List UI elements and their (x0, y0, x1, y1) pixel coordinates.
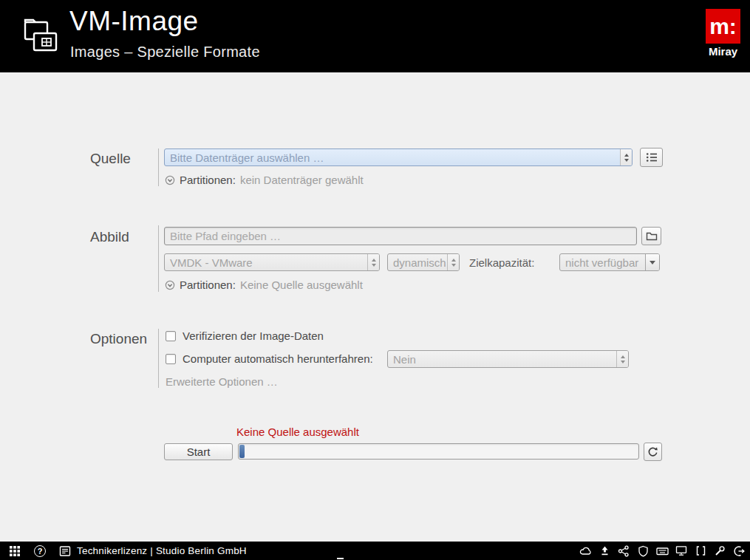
spinner-arrows-icon[interactable] (367, 254, 379, 270)
advanced-options-link[interactable]: Erweiterte Optionen … (166, 375, 278, 388)
quelle-partitions-label: Partitionen: (180, 174, 236, 186)
miray-logo-brand: Miray (706, 45, 740, 58)
shutdown-mode-combobox[interactable]: Nein (387, 350, 629, 368)
footer-indicator (337, 558, 344, 559)
section-label-abbild: Abbild (90, 229, 129, 245)
shutdown-checkbox[interactable] (166, 354, 176, 364)
help-icon[interactable]: ? (34, 545, 46, 557)
abbild-partitions-value: Keine Quelle ausgewählt (240, 279, 363, 291)
vm-image-window: VM-Image Images – Spezielle Formate m: M… (0, 0, 750, 560)
expander-icon[interactable] (165, 175, 175, 185)
chevron-down-icon[interactable] (645, 254, 659, 270)
verify-label: Verifizieren der Image-Daten (183, 329, 324, 342)
progress-segment (239, 445, 245, 458)
miray-logo-mark: m: (706, 9, 740, 44)
license-text: Technikerlizenz | Studio Berlin GmbH (77, 545, 247, 556)
eject-upload-icon[interactable] (598, 544, 611, 557)
abbild-partitions-label: Partitionen: (180, 279, 236, 291)
monitor-icon[interactable] (675, 544, 688, 557)
cloud-icon[interactable] (579, 544, 592, 557)
shield-icon[interactable] (636, 544, 650, 557)
keyboard-icon[interactable] (655, 544, 669, 557)
refresh-icon (647, 446, 658, 457)
disk-list-button[interactable] (640, 148, 663, 167)
footer: ? Technikerlizenz | Studio Berlin GmbH (0, 542, 750, 560)
miray-logo: m: Miray (706, 9, 740, 58)
section-label-optionen: Optionen (90, 331, 147, 347)
header: VM-Image Images – Spezielle Formate m: M… (0, 0, 750, 72)
wrench-icon[interactable] (713, 544, 726, 557)
progress-bar (238, 443, 639, 460)
expander-icon[interactable] (165, 280, 175, 290)
app-images-icon (19, 15, 61, 58)
divider-abbild (158, 225, 159, 292)
logout-icon[interactable] (732, 544, 746, 557)
shutdown-label: Computer automatisch herunterfahren: (183, 352, 373, 365)
capacity-value: nicht verfügbar (560, 254, 645, 270)
console-brackets-icon[interactable] (694, 544, 707, 557)
refresh-button[interactable] (644, 443, 662, 461)
spinner-arrows-icon[interactable] (447, 254, 459, 270)
image-format-value: VMDK - VMware (165, 254, 367, 270)
image-format-combobox[interactable]: VMDK - VMware (164, 253, 380, 271)
browse-folder-button[interactable] (641, 227, 661, 245)
app-grid-icon[interactable] (8, 544, 21, 557)
capacity-combobox[interactable]: nicht verfügbar (559, 253, 660, 271)
image-path-input[interactable] (164, 227, 637, 245)
license-icon[interactable] (58, 544, 72, 557)
divider-quelle (158, 148, 159, 186)
divider-optionen (158, 329, 159, 388)
source-disk-placeholder: Bitte Datenträger auswählen … (165, 149, 620, 165)
spinner-arrows-icon[interactable] (620, 149, 632, 165)
page-subtitle: Images – Spezielle Formate (70, 44, 260, 61)
quelle-partitions-value: kein Datenträger gewählt (240, 174, 364, 186)
spinner-arrows-icon[interactable] (616, 351, 628, 367)
start-button[interactable]: Start (164, 443, 233, 460)
page-title: VM-Image (69, 6, 199, 37)
source-disk-combobox[interactable]: Bitte Datenträger auswählen … (164, 148, 633, 166)
start-button-label: Start (187, 445, 211, 458)
status-message: Keine Quelle ausgewählt (236, 426, 359, 438)
allocation-value: dynamisch (388, 254, 447, 270)
shutdown-mode-value: Nein (388, 351, 616, 367)
verify-checkbox[interactable] (166, 331, 176, 341)
quelle-partitions-row: Partitionen: kein Datenträger gewählt (165, 174, 364, 186)
list-icon (646, 152, 658, 163)
folder-icon (646, 231, 658, 241)
verify-option-row: Verifizieren der Image-Daten (166, 329, 324, 342)
share-nodes-icon[interactable] (617, 544, 630, 557)
section-label-quelle: Quelle (90, 151, 131, 167)
abbild-partitions-row: Partitionen: Keine Quelle ausgewählt (165, 279, 363, 291)
shutdown-option-row: Computer automatisch herunterfahren: (166, 352, 373, 365)
capacity-label: Zielkapazität: (469, 256, 534, 269)
allocation-combobox[interactable]: dynamisch (387, 253, 460, 271)
